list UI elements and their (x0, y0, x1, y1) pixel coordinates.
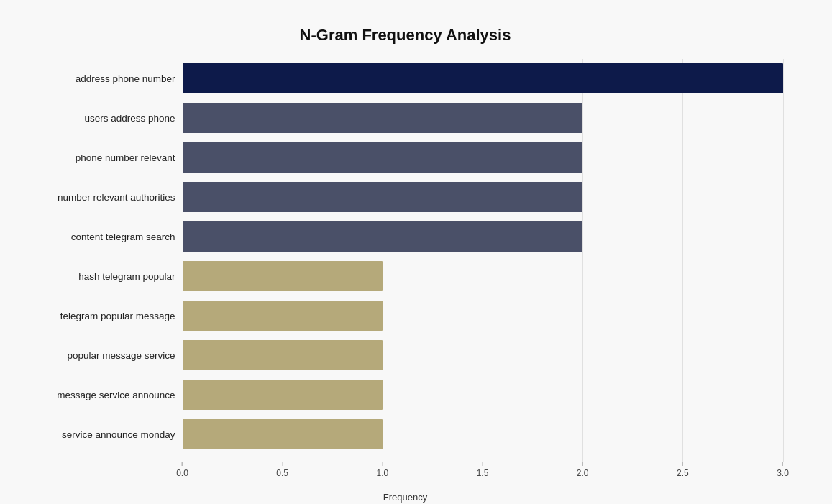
bar-track (183, 142, 783, 173)
bar-track (183, 261, 783, 291)
bar-row: service announce monday (28, 415, 783, 454)
bar-label: message service announce (28, 390, 183, 400)
x-tick: 1.0 (376, 462, 388, 478)
bar-row: message service announce (28, 375, 783, 415)
x-tick-line (182, 462, 183, 466)
bar-track (183, 340, 783, 370)
x-tick-line (483, 462, 483, 466)
bar-track (183, 63, 783, 93)
x-tick-line (582, 462, 583, 466)
x-tick-line (782, 462, 783, 466)
bar-row: address phone number (28, 59, 783, 98)
bar-label: telegram popular message (28, 311, 183, 321)
x-tick-label: 2.5 (677, 468, 689, 478)
bar-fill (183, 103, 583, 133)
x-tick-label: 3.0 (777, 468, 789, 478)
x-tick: 0.5 (276, 462, 288, 478)
bar-row: content telegram search (28, 217, 783, 257)
bar-track (183, 103, 783, 133)
x-axis: 0.00.51.01.52.02.53.0 (183, 462, 783, 490)
bar-fill (183, 221, 583, 252)
bar-label: address phone number (28, 73, 183, 84)
bar-fill (183, 182, 583, 212)
bar-label: content telegram search (28, 232, 183, 242)
bar-fill (183, 301, 383, 331)
bar-fill (183, 340, 383, 370)
x-tick-label: 2.0 (577, 468, 589, 478)
bar-track (183, 182, 783, 212)
bar-row: hash telegram popular (28, 257, 783, 296)
bar-track (183, 419, 783, 449)
grid-line (783, 59, 784, 462)
x-axis-title: Frequency (28, 492, 783, 503)
bar-fill (183, 380, 383, 410)
bar-track (183, 301, 783, 331)
bar-label: number relevant authorities (28, 192, 183, 203)
chart-container: N-Gram Frequency Analysis address phone … (21, 12, 812, 493)
bar-label: service announce monday (28, 429, 183, 440)
x-tick-label: 0.5 (276, 468, 288, 478)
bar-track (183, 380, 783, 410)
x-tick-label: 0.0 (176, 468, 188, 478)
x-tick-line (282, 462, 283, 466)
x-tick: 0.0 (176, 462, 188, 478)
bar-row: telegram popular message (28, 296, 783, 336)
x-tick-line (682, 462, 683, 466)
bar-track (183, 221, 783, 252)
bar-label: popular message service (28, 350, 183, 361)
bar-row: number relevant authorities (28, 178, 783, 217)
x-tick-label: 1.5 (477, 468, 489, 478)
bar-fill (183, 419, 383, 449)
x-tick-label: 1.0 (376, 468, 388, 478)
x-tick-line (382, 462, 383, 466)
bar-fill (183, 63, 783, 93)
x-tick: 2.5 (677, 462, 689, 478)
bar-row: phone number relevant (28, 138, 783, 178)
bar-fill (183, 261, 383, 291)
x-tick: 2.0 (577, 462, 589, 478)
bar-label: phone number relevant (28, 152, 183, 163)
bar-row: popular message service (28, 336, 783, 375)
chart-title: N-Gram Frequency Analysis (28, 26, 783, 45)
bar-fill (183, 142, 583, 173)
bar-label: users address phone (28, 113, 183, 124)
chart-area: address phone numberusers address phonep… (28, 59, 783, 462)
x-tick: 1.5 (477, 462, 489, 478)
bar-row: users address phone (28, 98, 783, 138)
x-tick: 3.0 (777, 462, 789, 478)
bar-label: hash telegram popular (28, 271, 183, 282)
